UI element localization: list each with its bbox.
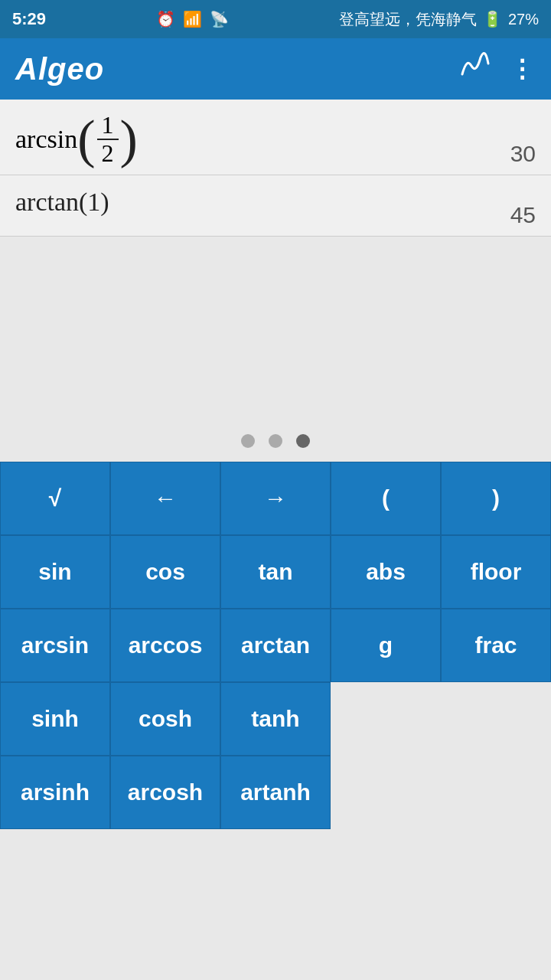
key-sinh[interactable]: sinh [0, 682, 110, 756]
key-empty-4-5 [441, 682, 551, 756]
key-tan[interactable]: tan [220, 535, 331, 609]
key-cos[interactable]: cos [110, 535, 220, 609]
expression-row-2: arctan(1) 45 [0, 175, 551, 237]
key-artanh[interactable]: artanh [220, 756, 331, 829]
key-row-5: arsinh arcosh artanh [0, 756, 551, 829]
key-arccos[interactable]: arccos [110, 609, 220, 682]
dot-3 [296, 434, 310, 448]
app-bar-actions: ⋮ [459, 50, 536, 89]
dot-1 [241, 434, 255, 448]
left-paren: ( [77, 116, 95, 162]
key-abs[interactable]: abs [331, 535, 441, 609]
key-sqrt[interactable]: √ [0, 462, 110, 535]
key-g[interactable]: g [331, 609, 441, 682]
key-frac[interactable]: frac [441, 609, 551, 682]
status-bar: 5:29 ⏰ 📶 📡 登高望远，凭海静气 🔋 27% [0, 0, 551, 38]
key-arcosh[interactable]: arcosh [110, 756, 220, 829]
battery-text: 27% [508, 11, 539, 28]
more-options-icon[interactable]: ⋮ [510, 54, 536, 83]
key-arcsin[interactable]: arcsin [0, 609, 110, 682]
expression-row-1: arcsin ( 1 2 ) 30 [0, 100, 551, 175]
key-tanh[interactable]: tanh [220, 682, 331, 756]
expression-1-display: arcsin ( 1 2 ) [15, 112, 138, 167]
battery-icon: 🔋 [483, 10, 502, 28]
fraction-1-2: 1 2 [97, 112, 119, 167]
key-arsinh[interactable]: arsinh [0, 756, 110, 829]
expression-2-display: arctan(1) [15, 188, 536, 217]
wifi-icon: 📶 [183, 10, 202, 28]
key-row-3: arcsin arccos arctan g frac [0, 609, 551, 682]
expression-1-result: 30 [510, 141, 536, 167]
carrier-text: 登高望远，凭海静气 [339, 9, 477, 30]
dot-2 [269, 434, 282, 448]
key-arctan[interactable]: arctan [220, 609, 331, 682]
key-row-2: sin cos tan abs floor [0, 535, 551, 609]
status-icons: ⏰ 📶 📡 [156, 10, 229, 28]
expression-2-result: 45 [510, 202, 536, 228]
key-cosh[interactable]: cosh [110, 682, 220, 756]
right-paren: ) [120, 116, 138, 162]
alarm-icon: ⏰ [156, 10, 175, 28]
app-bar: Algeo ⋮ [0, 38, 551, 100]
empty-area [0, 237, 551, 420]
key-row-4: sinh cosh tanh [0, 682, 551, 756]
key-empty-4-4 [331, 682, 441, 756]
key-empty-5-5 [441, 756, 551, 829]
pagination-dots [0, 420, 551, 462]
key-close-paren[interactable]: ) [441, 462, 551, 535]
key-arrow-left[interactable]: ← [110, 462, 220, 535]
graph-icon[interactable] [459, 50, 491, 89]
display-area: arcsin ( 1 2 ) 30 arctan(1) 45 [0, 100, 551, 237]
key-sin[interactable]: sin [0, 535, 110, 609]
key-empty-5-4 [331, 756, 441, 829]
status-time: 5:29 [12, 9, 46, 29]
key-row-1: √ ← → ( ) [0, 462, 551, 535]
app-title: Algeo [15, 52, 104, 87]
keyboard: √ ← → ( ) sin cos tan abs floor arcsin a… [0, 462, 551, 829]
key-floor[interactable]: floor [441, 535, 551, 609]
key-open-paren[interactable]: ( [331, 462, 441, 535]
status-right: 登高望远，凭海静气 🔋 27% [339, 9, 539, 30]
key-arrow-right[interactable]: → [220, 462, 331, 535]
signal-icon: 📡 [210, 10, 229, 28]
